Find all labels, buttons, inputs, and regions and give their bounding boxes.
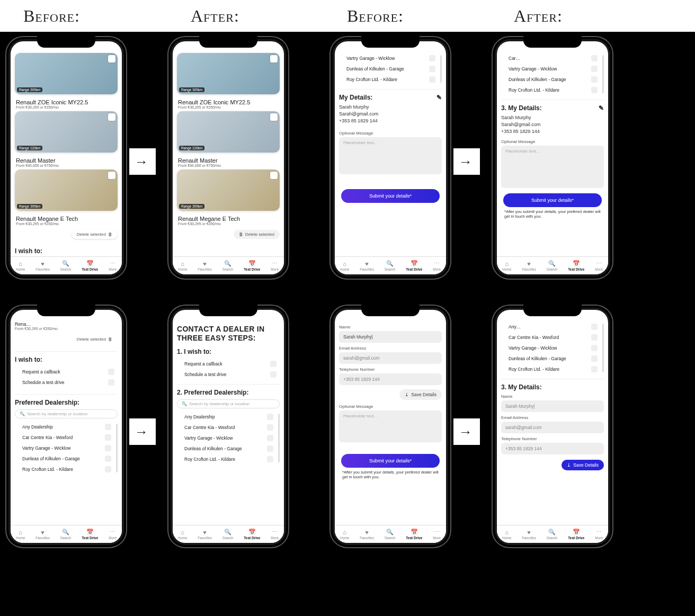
select-checkbox[interactable] xyxy=(108,55,115,63)
tab-favorites[interactable]: ♥Favorites xyxy=(360,261,374,271)
checkbox[interactable] xyxy=(105,466,111,472)
tab-home[interactable]: ⌂Home xyxy=(16,529,25,540)
dealer-option[interactable]: Car… xyxy=(501,53,601,64)
tab-home[interactable]: ⌂Home xyxy=(502,261,511,271)
dealer-option[interactable]: Any… xyxy=(501,322,601,332)
car-card[interactable]: Range 395km xyxy=(177,169,280,211)
tab-testdrive[interactable]: 📅Test Drive xyxy=(244,260,260,271)
tab-home[interactable]: ⌂Home xyxy=(16,261,25,271)
dealer-option[interactable]: Dunleas of Kilkulen - Garage xyxy=(339,64,439,74)
tab-favorites[interactable]: ♥Favorites xyxy=(35,529,50,540)
select-checkbox[interactable] xyxy=(108,113,115,121)
dealer-search-input[interactable]: 🔍Search by dealership or location xyxy=(177,399,280,408)
tab-search[interactable]: 🔍Search xyxy=(60,260,72,271)
tab-testdrive[interactable]: 📅Test Drive xyxy=(406,529,422,540)
tab-search[interactable]: 🔍Search xyxy=(547,529,558,540)
tab-testdrive[interactable]: 📅Test Drive xyxy=(82,260,98,271)
tab-search[interactable]: 🔍Search xyxy=(385,529,396,540)
tab-search[interactable]: 🔍Search xyxy=(547,260,558,271)
email-input[interactable]: sarah@gmail.com xyxy=(339,352,442,364)
checkbox[interactable] xyxy=(429,76,435,83)
tab-more[interactable]: ⋯More xyxy=(109,260,117,271)
checkbox[interactable] xyxy=(591,355,598,362)
dealer-option[interactable]: Any Dealership xyxy=(177,412,277,422)
checkbox[interactable] xyxy=(108,369,114,375)
tab-more[interactable]: ⋯More xyxy=(433,260,441,271)
tab-more[interactable]: ⋯More xyxy=(595,260,603,271)
tab-favorites[interactable]: ♥Favorites xyxy=(522,529,536,540)
select-checkbox[interactable] xyxy=(270,55,278,63)
tab-search[interactable]: 🔍Search xyxy=(222,260,234,271)
dealer-option[interactable]: Roy Crofton Ltd. - Kildare xyxy=(339,74,439,85)
select-checkbox[interactable] xyxy=(108,172,115,179)
car-card[interactable]: Range 395km xyxy=(15,169,118,211)
car-card[interactable]: Range 120km xyxy=(15,111,118,153)
tab-testdrive[interactable]: 📅Test Drive xyxy=(82,529,98,540)
dealer-option[interactable]: Car Centre Kia - Wexford xyxy=(501,332,601,343)
tab-more[interactable]: ⋯More xyxy=(595,529,603,540)
dealer-option[interactable]: Roy Crofton Ltd. - Kildare xyxy=(15,464,114,475)
select-checkbox[interactable] xyxy=(270,172,278,179)
checkbox[interactable] xyxy=(270,371,277,378)
dealer-option[interactable]: Vartry Garage - Wicklow xyxy=(15,443,114,453)
edit-icon[interactable]: ✎ xyxy=(599,104,604,112)
checkbox[interactable] xyxy=(105,434,111,441)
edit-icon[interactable]: ✎ xyxy=(436,94,442,101)
dealer-option[interactable]: Dunleas of Kilkulen - Garage xyxy=(177,443,277,454)
tab-search[interactable]: 🔍Search xyxy=(222,529,234,540)
dealer-option[interactable]: Dunleas of Kilkulen - Garage xyxy=(15,453,114,464)
tab-home[interactable]: ⌂Home xyxy=(178,529,187,540)
save-details-button[interactable]: ⤓Save Details xyxy=(562,460,604,470)
checkbox[interactable] xyxy=(270,361,277,367)
name-input[interactable]: Sarah Murphy| xyxy=(501,400,604,412)
tab-testdrive[interactable]: 📅Test Drive xyxy=(406,260,422,271)
tab-favorites[interactable]: ♥Favorites xyxy=(198,529,212,540)
tab-testdrive[interactable]: 📅Test Drive xyxy=(568,260,584,271)
checkbox[interactable] xyxy=(267,435,273,441)
name-input[interactable]: Sarah Murphy| xyxy=(339,331,442,343)
phone-input[interactable]: +353 85 1829 144 xyxy=(339,373,442,385)
tab-favorites[interactable]: ♥Favorites xyxy=(522,261,536,271)
submit-button[interactable]: Submit your details* xyxy=(503,193,602,207)
message-textarea[interactable]: Placeholder text... xyxy=(501,146,604,188)
dealer-option[interactable]: Vartry Garage - Wicklow xyxy=(177,433,277,443)
tab-favorites[interactable]: ♥Favorites xyxy=(198,261,212,271)
dealer-option[interactable]: Dunleas of Kilkulen - Garage xyxy=(501,353,601,364)
checkbox[interactable] xyxy=(591,324,598,330)
dealer-option[interactable]: Vartry Garage - Wicklow xyxy=(501,64,601,74)
checkbox[interactable] xyxy=(105,424,111,430)
delete-selected-button[interactable]: Delete selected🗑 xyxy=(72,230,118,239)
checkbox[interactable] xyxy=(108,379,114,386)
select-checkbox[interactable] xyxy=(270,113,278,121)
checkbox[interactable] xyxy=(105,445,111,451)
tab-more[interactable]: ⋯More xyxy=(271,260,279,271)
checkbox[interactable] xyxy=(591,345,598,351)
save-details-button[interactable]: ⤓Save Details xyxy=(399,389,442,400)
dealer-search-input[interactable]: 🔍Search by dealership or location xyxy=(15,409,118,418)
checkbox[interactable] xyxy=(267,424,273,431)
checkbox[interactable] xyxy=(267,456,273,462)
wish-option[interactable]: Schedule a test drive xyxy=(177,369,280,380)
tab-search[interactable]: 🔍Search xyxy=(60,529,72,540)
car-card[interactable]: Range 395km xyxy=(15,53,118,94)
checkbox[interactable] xyxy=(429,66,435,72)
delete-selected-button[interactable]: 🗑Delete selected xyxy=(234,230,280,239)
wish-option[interactable]: Request a callback xyxy=(177,359,280,369)
message-textarea[interactable]: Placeholder text... xyxy=(339,137,442,174)
dealer-option[interactable]: Roy Crofton Ltd. - Kildare xyxy=(177,454,277,465)
dealer-option[interactable]: Car Centre Kia - Wexford xyxy=(177,422,277,433)
checkbox[interactable] xyxy=(591,87,598,93)
checkbox[interactable] xyxy=(105,456,111,462)
email-input[interactable]: sarah@gmail.com xyxy=(501,422,604,433)
wish-option[interactable]: Schedule a test drive xyxy=(15,377,118,388)
dealer-option[interactable]: Roy Crofton Ltd. - Kildare xyxy=(501,85,601,95)
checkbox[interactable] xyxy=(429,55,435,61)
checkbox[interactable] xyxy=(591,76,598,83)
phone-input[interactable]: +353 85 1829 144 xyxy=(501,443,604,454)
tab-testdrive[interactable]: 📅Test Drive xyxy=(244,529,260,540)
car-card[interactable]: Range 120km xyxy=(177,111,280,153)
tab-search[interactable]: 🔍Search xyxy=(385,260,396,271)
checkbox[interactable] xyxy=(591,66,598,72)
dealer-option[interactable]: Any Dealership xyxy=(15,422,114,432)
tab-testdrive[interactable]: 📅Test Drive xyxy=(568,529,584,540)
